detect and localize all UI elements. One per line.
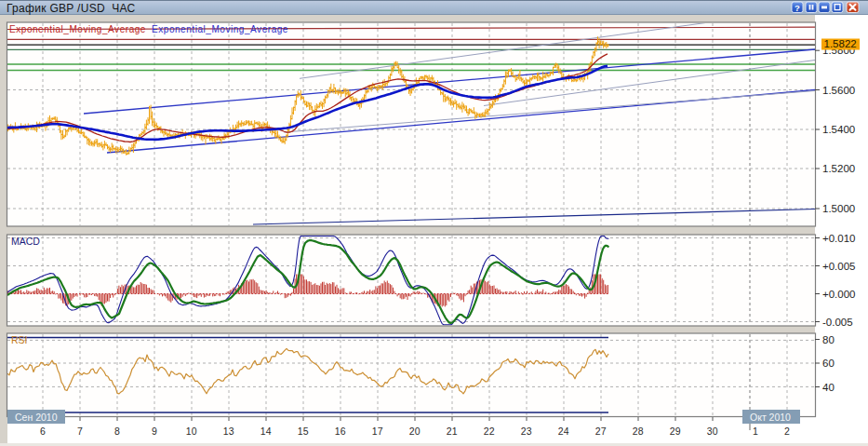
svg-text:21: 21 <box>447 426 458 437</box>
svg-text:13: 13 <box>223 426 234 437</box>
svg-text:30: 30 <box>707 426 718 437</box>
svg-text:MACD: MACD <box>11 236 40 247</box>
svg-text:RSI: RSI <box>11 334 28 345</box>
svg-text:2: 2 <box>784 426 790 437</box>
svg-text:60: 60 <box>822 358 835 369</box>
svg-text:+0.005: +0.005 <box>822 261 856 272</box>
svg-text:Exponential_Moving_Average: Exponential_Moving_Average <box>9 24 146 34</box>
svg-text:1.5600: 1.5600 <box>822 85 855 96</box>
svg-text:8: 8 <box>114 426 120 437</box>
svg-text:40: 40 <box>822 382 835 393</box>
svg-text:+0.000: +0.000 <box>822 289 856 300</box>
svg-text:Сен 2010: Сен 2010 <box>15 412 58 423</box>
svg-text:График GBP /USD ЧАС: График GBP /USD ЧАС <box>7 2 136 15</box>
svg-text:-0.005: -0.005 <box>822 317 853 328</box>
svg-text:6: 6 <box>40 426 46 437</box>
svg-text:10: 10 <box>186 426 197 437</box>
svg-text:+0.010: +0.010 <box>822 233 856 244</box>
svg-text:Exponential_Moving_Average: Exponential_Moving_Average <box>152 24 288 34</box>
svg-text:28: 28 <box>633 426 644 437</box>
svg-text:9: 9 <box>152 426 157 437</box>
svg-text:80: 80 <box>822 334 835 345</box>
svg-text:1.5822: 1.5822 <box>824 38 857 49</box>
svg-text:16: 16 <box>335 426 346 437</box>
svg-text:20: 20 <box>409 426 421 437</box>
svg-text:22: 22 <box>484 426 495 437</box>
svg-text:29: 29 <box>670 426 681 437</box>
svg-text:7: 7 <box>77 426 83 437</box>
svg-text:?: ? <box>795 3 800 13</box>
svg-text:17: 17 <box>372 426 383 437</box>
svg-text:Окт 2010: Окт 2010 <box>750 412 791 423</box>
svg-text:14: 14 <box>260 426 272 437</box>
svg-text:1.5000: 1.5000 <box>822 203 855 214</box>
svg-text:27: 27 <box>595 426 607 437</box>
svg-text:23: 23 <box>521 426 532 437</box>
svg-text:24: 24 <box>558 426 569 437</box>
svg-text:15: 15 <box>298 426 309 437</box>
svg-text:1.5200: 1.5200 <box>822 163 855 174</box>
svg-text:1.5400: 1.5400 <box>822 124 855 135</box>
svg-text:1: 1 <box>753 426 758 437</box>
